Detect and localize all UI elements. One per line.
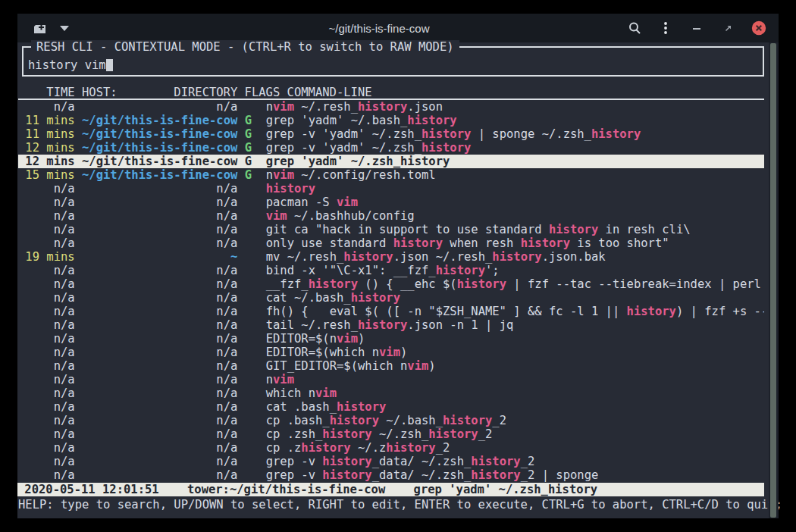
row-flags <box>245 455 252 468</box>
history-row[interactable]: n/a n/a grep -v history_data/ ~/.zsh_his… <box>18 455 764 468</box>
command-text: grep 'yadm' ~/.zsh_history <box>266 155 450 168</box>
row-directory: ~/git/this-is-fine-cow <box>82 127 237 141</box>
history-row[interactable]: n/a n/a only use standard history when r… <box>18 236 764 250</box>
row-directory: ~/git/this-is-fine-cow <box>82 168 237 182</box>
history-row[interactable]: 11 mins ~/git/this-is-fine-cow G grep -v… <box>18 127 764 141</box>
history-row[interactable]: n/a n/a nvim <box>18 373 764 386</box>
row-directory: n/a <box>82 455 237 468</box>
row-flags <box>245 250 252 264</box>
command-text: n <box>266 100 273 114</box>
row-time: n/a <box>18 264 75 277</box>
command-match: vim <box>273 168 294 182</box>
search-icon[interactable] <box>627 20 642 36</box>
command-match: history <box>322 427 371 441</box>
row-flags <box>245 291 252 305</box>
command-text: ~/.bashhub/config <box>287 209 415 223</box>
command-text: .json.bak <box>542 250 606 264</box>
status-bar: 2020-05-11 12:01:51 tower:~/git/this-is-… <box>17 483 764 496</box>
command-text: cat .bash_ <box>266 400 337 414</box>
row-flags: G <box>245 155 252 168</box>
command-match: history <box>301 441 350 455</box>
command-match: history <box>393 236 443 250</box>
history-row[interactable]: n/a n/a cat .bash_history <box>18 400 764 414</box>
history-row[interactable]: n/a n/a grep -v history_data/ ~/.zsh_his… <box>18 468 764 482</box>
command-text: grep -v <box>266 455 323 468</box>
command-text: GIT_EDITOR=$(which n <box>266 359 408 373</box>
row-command: nvim <box>266 373 294 386</box>
command-text: _data/ ~/.zsh_ <box>372 455 472 468</box>
history-row[interactable]: n/a n/a nvim ~/.resh_history.json <box>18 100 764 114</box>
command-text: EDITOR=$(which n <box>266 346 379 359</box>
command-match: history <box>266 182 315 196</box>
history-row[interactable]: n/a n/a __fzf_history () { __ehc $(histo… <box>18 277 764 291</box>
row-time: n/a <box>18 305 75 318</box>
titlebar[interactable]: ~/git/this-is-fine-cow <box>17 14 779 42</box>
row-time: n/a <box>18 427 75 441</box>
command-match: history <box>322 455 371 468</box>
row-flags <box>245 318 252 332</box>
row-time: 11 mins <box>18 127 75 141</box>
restore-button[interactable] <box>720 20 735 36</box>
menu-kebab-icon[interactable] <box>658 20 673 36</box>
command-text: grep 'yadm' ~/.bash_ <box>266 114 408 127</box>
row-command: pacman -S vim <box>266 196 358 209</box>
row-directory: ~/git/this-is-fine-cow <box>82 141 237 155</box>
command-text: ~/.bash_ <box>379 414 443 427</box>
command-match: vim <box>273 100 294 114</box>
titlebar-left-group <box>17 20 154 36</box>
close-button[interactable] <box>751 20 766 36</box>
row-time: 12 mins <box>18 155 75 168</box>
history-row[interactable]: n/a n/a tail ~/.resh_history.json -n 1 |… <box>18 318 764 332</box>
row-time: n/a <box>18 373 75 386</box>
minimize-button[interactable] <box>689 20 704 36</box>
scrollbar[interactable] <box>769 42 779 518</box>
screen: ~/git/this-is-fine-cow <box>0 0 796 532</box>
command-match: vim <box>379 346 400 359</box>
history-row[interactable]: n/a n/a cat ~/.bash_history <box>18 291 764 305</box>
command-text: grep -v <box>266 468 323 482</box>
row-time: n/a <box>18 400 75 414</box>
history-row[interactable]: n/a n/a GIT_EDITOR=$(which nvim) <box>18 359 764 373</box>
history-row[interactable]: n/a n/a cp .zsh_history ~/.zsh_history_2 <box>18 427 764 441</box>
row-directory: n/a <box>82 100 237 114</box>
row-flags: G <box>245 168 252 182</box>
command-text: _2 <box>492 414 506 427</box>
command-text: _2 | sponge <box>521 468 599 482</box>
history-row[interactable]: 12 mins ~/git/this-is-fine-cow G grep -v… <box>18 141 764 155</box>
history-row[interactable]: n/a n/a EDITOR=$(nvim) <box>18 332 764 346</box>
command-text: _2 <box>478 427 493 441</box>
history-row[interactable]: 15 mins ~/git/this-is-fine-cow G nvim ~/… <box>18 168 764 182</box>
history-row[interactable]: n/a n/a history <box>18 182 764 196</box>
history-row[interactable]: n/a n/a pacman -S vim <box>18 196 764 209</box>
history-row[interactable]: 19 mins ~ mv ~/.resh_history.json ~/.res… <box>18 250 764 264</box>
history-row[interactable]: n/a n/a bind -x '"\C-x1": __fzf_history'… <box>18 264 764 277</box>
row-directory: ~/git/this-is-fine-cow <box>82 155 237 168</box>
scrollbar-thumb[interactable] <box>770 43 776 518</box>
history-row[interactable]: 12 mins ~/git/this-is-fine-cow G grep 'y… <box>18 155 764 168</box>
row-command: cp .zsh_history ~/.zsh_history_2 <box>266 427 493 441</box>
row-directory: n/a <box>82 414 237 427</box>
history-row[interactable]: n/a n/a which nvim <box>18 386 764 400</box>
history-row[interactable]: n/a n/a EDITOR=$(which nvim) <box>18 346 764 359</box>
row-command: fh() { eval $( ([ -n "$ZSH_NAME" ] && fc… <box>266 305 764 318</box>
command-text: _2 <box>521 455 535 468</box>
row-flags <box>245 236 252 250</box>
row-time: n/a <box>18 359 75 373</box>
tab-list-caret-icon[interactable] <box>57 20 72 36</box>
window-title: ~/git/this-is-fine-cow <box>154 22 604 35</box>
history-row[interactable]: n/a n/a cp .bash_history ~/.bash_history… <box>18 414 764 427</box>
row-time: 19 mins <box>18 250 75 264</box>
command-match: history <box>358 100 407 114</box>
history-row[interactable]: 11 mins ~/git/this-is-fine-cow G grep 'y… <box>18 114 764 127</box>
row-flags <box>245 414 252 427</box>
history-row[interactable]: n/a n/a fh() { eval $( ([ -n "$ZSH_NAME"… <box>18 305 764 318</box>
new-tab-icon[interactable] <box>33 20 48 36</box>
row-time: n/a <box>18 468 75 482</box>
history-row[interactable]: n/a n/a vim ~/.bashhub/config <box>18 209 764 223</box>
row-command: grep -v history_data/ ~/.zsh_history_2 <box>266 455 535 468</box>
history-row[interactable]: n/a n/a cp .zhistory ~/.zhistory_2 <box>18 441 764 455</box>
history-row[interactable]: n/a n/a git ca "hack in support to use s… <box>18 223 764 236</box>
row-directory: n/a <box>82 182 237 196</box>
text-cursor <box>106 59 113 71</box>
command-match: vim <box>337 196 358 209</box>
